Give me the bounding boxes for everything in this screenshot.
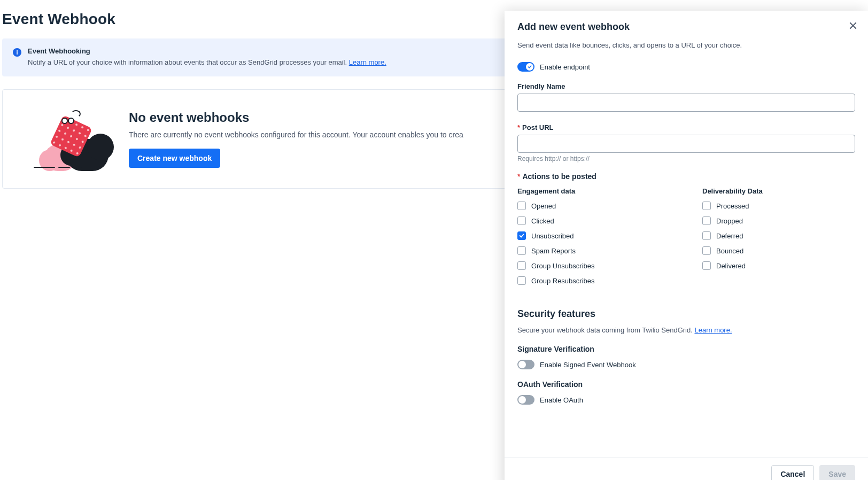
checkbox-dropped[interactable]: Dropped <box>702 216 855 225</box>
deliverability-heading: Deliverability Data <box>702 187 855 195</box>
checkbox-label: Opened <box>531 202 556 210</box>
oauth-heading: OAuth Verification <box>517 380 855 389</box>
enable-endpoint-label: Enable endpoint <box>540 63 590 71</box>
checkbox-icon <box>702 202 711 210</box>
create-new-webhook-button[interactable]: Create new webhook <box>129 149 220 168</box>
checkbox-label: Processed <box>716 202 749 210</box>
friendly-name-label: Friendly Name <box>517 82 855 90</box>
checkbox-opened[interactable]: Opened <box>517 202 670 210</box>
checkbox-label: Dropped <box>716 217 743 225</box>
checkbox-icon <box>517 231 526 240</box>
friendly-name-input[interactable] <box>517 94 855 112</box>
security-learn-more-link[interactable]: Learn more. <box>694 326 732 334</box>
post-url-helper: Requires http:// or https:// <box>517 155 855 162</box>
checkbox-icon <box>517 261 526 270</box>
post-url-input[interactable] <box>517 135 855 153</box>
info-icon: i <box>13 48 21 57</box>
checkbox-icon <box>702 246 711 255</box>
engagement-column: Engagement data Opened Clicked Unsubscri… <box>517 187 670 291</box>
checkbox-label: Deferred <box>716 232 743 240</box>
checkbox-bounced[interactable]: Bounced <box>702 246 855 255</box>
checkbox-label: Bounced <box>716 247 743 255</box>
checkbox-unsubscribed[interactable]: Unsubscribed <box>517 231 670 240</box>
drawer-title: Add new event webhook <box>517 21 855 33</box>
oauth-toggle-label: Enable OAuth <box>540 396 583 404</box>
checkbox-label: Unsubscribed <box>531 232 574 240</box>
checkbox-label: Delivered <box>716 262 746 270</box>
checkbox-icon <box>517 202 526 210</box>
checkbox-icon <box>702 231 711 240</box>
drawer-footer: Cancel Save <box>505 457 868 480</box>
checkbox-icon <box>517 246 526 255</box>
checkbox-label: Group Unsubscribes <box>531 262 595 270</box>
banner-title: Event Webhooking <box>28 47 386 55</box>
deliverability-column: Deliverability Data Processed Dropped De… <box>702 187 855 291</box>
oauth-toggle[interactable] <box>517 395 534 405</box>
security-title: Security features <box>517 308 855 320</box>
empty-illustration <box>18 107 114 171</box>
checkbox-delivered[interactable]: Delivered <box>702 261 855 270</box>
banner-text: Notify a URL of your choice with informa… <box>28 58 349 66</box>
checkbox-label: Clicked <box>531 217 554 225</box>
cancel-button[interactable]: Cancel <box>771 465 814 480</box>
save-button[interactable]: Save <box>819 465 855 480</box>
enable-endpoint-toggle[interactable] <box>517 62 534 72</box>
checkbox-spam-reports[interactable]: Spam Reports <box>517 246 670 255</box>
banner-learn-more-link[interactable]: Learn more. <box>349 58 386 66</box>
actions-section-label: *Actions to be posted <box>517 172 855 181</box>
checkbox-icon <box>517 216 526 225</box>
checkbox-group-resubscribes[interactable]: Group Resubscribes <box>517 276 670 285</box>
checkbox-deferred[interactable]: Deferred <box>702 231 855 240</box>
signature-heading: Signature Verification <box>517 345 855 353</box>
post-url-label: *Post URL <box>517 123 855 131</box>
close-icon[interactable] <box>848 20 858 31</box>
checkbox-icon <box>517 276 526 285</box>
checkbox-processed[interactable]: Processed <box>702 202 855 210</box>
engagement-heading: Engagement data <box>517 187 670 195</box>
security-text: Secure your webhook data coming from Twi… <box>517 326 694 334</box>
signature-toggle-label: Enable Signed Event Webhook <box>540 361 636 369</box>
checkbox-clicked[interactable]: Clicked <box>517 216 670 225</box>
checkbox-icon <box>702 216 711 225</box>
checkbox-icon <box>702 261 711 270</box>
signature-toggle[interactable] <box>517 360 534 369</box>
checkbox-label: Group Resubscribes <box>531 277 595 285</box>
drawer-subtitle: Send event data like bounces, clicks, an… <box>517 41 855 49</box>
add-webhook-drawer: Add new event webhook Send event data li… <box>505 11 868 480</box>
checkbox-label: Spam Reports <box>531 247 576 255</box>
checkbox-group-unsubscribes[interactable]: Group Unsubscribes <box>517 261 670 270</box>
